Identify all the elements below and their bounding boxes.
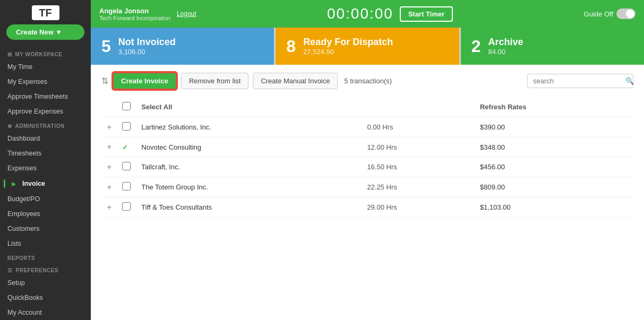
guide-toggle[interactable] — [616, 8, 636, 19]
hrs-cell: 22.25 Hrs — [362, 177, 475, 197]
select-all-row: Select All Refresh Rates — [101, 97, 633, 117]
row-checkbox[interactable] — [122, 182, 131, 191]
select-all-checkbox[interactable] — [122, 102, 131, 110]
status-card-text: Not Invoiced 3,106.00 — [118, 37, 176, 56]
search-input[interactable] — [533, 77, 622, 85]
row-checkbox[interactable] — [122, 162, 131, 170]
status-card-text: Ready For Dispatch 27,524.50 — [303, 37, 393, 56]
transaction-count: 5 transaction(s) — [344, 77, 392, 85]
status-card-archive[interactable]: 2 Archive 84.00 — [461, 28, 644, 65]
row-expand-cell — [101, 97, 117, 117]
app-logo: TF — [32, 5, 59, 20]
client-name: Lartinez Solutions, Inc. — [136, 117, 362, 137]
create-new-button[interactable]: Create New ▾ — [6, 24, 84, 40]
amount-cell: $348.00 — [475, 137, 633, 157]
client-name: Novotec Consulting — [136, 137, 362, 157]
sidebar-item-timesheets[interactable]: Timesheets — [0, 146, 91, 161]
sidebar-item-customers[interactable]: Customers — [0, 221, 91, 236]
sort-icon[interactable]: ⇅ — [101, 76, 108, 86]
sidebar-item-dashboard[interactable]: Dashboard — [0, 131, 91, 146]
timer-section: 00:00:00 Start Timer — [203, 5, 578, 22]
sidebar-item-approve-timesheets[interactable]: Approve Timesheets — [0, 89, 91, 104]
client-name: Tallcraft, Inc. — [136, 157, 362, 177]
sidebar-item-setup[interactable]: Setup — [0, 275, 91, 290]
reports-section-label: REPORTS — [0, 251, 91, 263]
hrs-cell: 29.00 Hrs — [362, 197, 475, 218]
row-expand-icon[interactable]: + — [101, 117, 117, 137]
row-expand-icon[interactable]: + — [101, 137, 117, 157]
row-expand-icon[interactable]: + — [101, 177, 117, 197]
status-card-number: 5 — [101, 37, 111, 56]
row-checkbox[interactable] — [122, 122, 131, 131]
table-row: + ✓ Novotec Consulting 12.00 Hrs $348.00 — [101, 137, 633, 157]
create-invoice-button[interactable]: Create Invoice — [113, 72, 177, 90]
hrs-cell: 16.50 Hrs — [362, 157, 475, 177]
table-row: + Tiff & Toes Consultants 29.00 Hrs $1,1… — [101, 197, 633, 218]
sidebar-item-my-expenses[interactable]: My Expenses — [0, 74, 91, 89]
table-row: + The Totem Group Inc. 22.25 Hrs $809.00 — [101, 177, 633, 197]
timer-display: 00:00:00 — [327, 5, 393, 22]
sidebar-item-invoice[interactable]: ▶Invoice — [0, 176, 91, 192]
create-new-label: Create New — [16, 28, 54, 36]
select-all-label: Select All — [136, 97, 362, 117]
row-expand-icon[interactable]: + — [101, 197, 117, 218]
amount-cell: $456.00 — [475, 157, 633, 177]
sidebar-item-my-time[interactable]: My Time — [0, 59, 91, 74]
sidebar-item-quickbooks[interactable]: QuickBooks — [0, 290, 91, 305]
sidebar-item-approve-expenses[interactable]: Approve Expenses — [0, 104, 91, 119]
row-expand-icon[interactable]: + — [101, 157, 117, 177]
invoice-table: Select All Refresh Rates + Lartinez Solu… — [101, 97, 633, 218]
table-row: + Lartinez Solutions, Inc. 0.00 Hrs $390… — [101, 117, 633, 137]
client-name: The Totem Group Inc. — [136, 177, 362, 197]
sidebar-item-expenses[interactable]: Expenses — [0, 161, 91, 176]
status-card-number: 2 — [471, 37, 481, 56]
create-manual-invoice-button[interactable]: Create Manual Invoice — [253, 73, 338, 89]
sidebar-item-employees[interactable]: Employees — [0, 206, 91, 221]
user-name: Angela Jonson — [99, 7, 170, 15]
amount-cell: $390.00 — [475, 117, 633, 137]
my-workspace-section: ⊞ MY WORKSPACE — [0, 47, 91, 59]
active-arrow-icon: ▶ — [12, 181, 16, 187]
amount-cell: $1,103.00 — [475, 197, 633, 218]
row-checkbox[interactable] — [122, 202, 131, 211]
company-name: Tech Forward Incorporation — [99, 15, 170, 21]
status-card-number: 8 — [286, 37, 296, 56]
search-icon: 🔍 — [625, 77, 634, 85]
client-name: Tiff & Toes Consultants — [136, 197, 362, 218]
amount-cell: $809.00 — [475, 177, 633, 197]
hrs-cell: 12.00 Hrs — [362, 137, 475, 157]
sidebar-item-budget-po[interactable]: Budget/PO — [0, 192, 91, 206]
remove-from-list-button[interactable]: Remove from list — [181, 73, 249, 89]
table-row: + Tallcraft, Inc. 16.50 Hrs $456.00 — [101, 157, 633, 177]
refresh-rates-link[interactable]: Refresh Rates — [475, 97, 633, 117]
start-timer-button[interactable]: Start Timer — [400, 6, 453, 22]
status-card-text: Archive 84.00 — [488, 37, 523, 56]
user-info: Angela Jonson Tech Forward Incorporation — [99, 7, 170, 21]
status-card-ready-dispatch[interactable]: 8 Ready For Dispatch 27,524.50 — [276, 28, 459, 65]
administration-section: ⊛ ADMINISTRATION — [0, 119, 91, 131]
logout-link[interactable]: Logout — [177, 10, 196, 18]
hrs-cell: 0.00 Hrs — [362, 117, 475, 137]
guide-label: Guide Off — [584, 10, 613, 18]
search-box: 🔍 — [527, 74, 633, 88]
toggle-knob — [626, 10, 634, 18]
status-card-not-invoiced[interactable]: 5 Not Invoiced 3,106.00 — [91, 28, 274, 65]
row-check-icon: ✓ — [122, 143, 128, 151]
sidebar-item-lists[interactable]: Lists — [0, 236, 91, 251]
sidebar-item-my-account[interactable]: My Account — [0, 305, 91, 320]
guide-toggle-section: Guide Off — [584, 8, 636, 19]
preferences-section: ☰ PREFERENCES — [0, 263, 91, 275]
